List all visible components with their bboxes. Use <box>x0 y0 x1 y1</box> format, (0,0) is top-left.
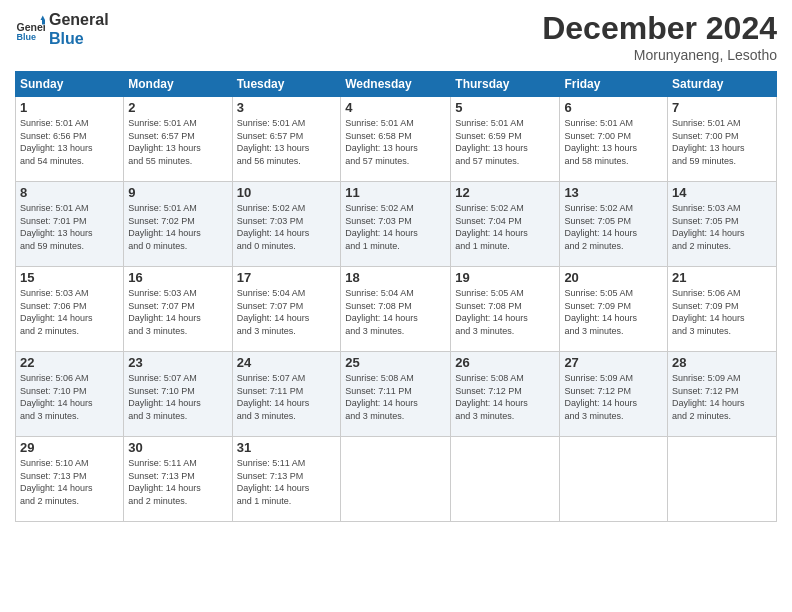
title-area: December 2024 Morunyaneng, Lesotho <box>542 10 777 63</box>
calendar-day-cell: 26Sunrise: 5:08 AM Sunset: 7:12 PM Dayli… <box>451 352 560 437</box>
day-number: 28 <box>672 355 772 370</box>
col-thursday: Thursday <box>451 72 560 97</box>
day-info: Sunrise: 5:03 AM Sunset: 7:07 PM Dayligh… <box>128 287 227 337</box>
calendar-day-cell: 5Sunrise: 5:01 AM Sunset: 6:59 PM Daylig… <box>451 97 560 182</box>
page-container: General Blue General Blue December 2024 … <box>0 0 792 532</box>
day-info: Sunrise: 5:06 AM Sunset: 7:09 PM Dayligh… <box>672 287 772 337</box>
calendar-day-cell: 22Sunrise: 5:06 AM Sunset: 7:10 PM Dayli… <box>16 352 124 437</box>
calendar-week-row: 15Sunrise: 5:03 AM Sunset: 7:06 PM Dayli… <box>16 267 777 352</box>
calendar-day-cell: 18Sunrise: 5:04 AM Sunset: 7:08 PM Dayli… <box>341 267 451 352</box>
day-number: 24 <box>237 355 337 370</box>
day-info: Sunrise: 5:01 AM Sunset: 6:58 PM Dayligh… <box>345 117 446 167</box>
calendar-week-row: 22Sunrise: 5:06 AM Sunset: 7:10 PM Dayli… <box>16 352 777 437</box>
calendar-day-cell: 23Sunrise: 5:07 AM Sunset: 7:10 PM Dayli… <box>124 352 232 437</box>
day-number: 21 <box>672 270 772 285</box>
day-info: Sunrise: 5:04 AM Sunset: 7:07 PM Dayligh… <box>237 287 337 337</box>
day-info: Sunrise: 5:02 AM Sunset: 7:05 PM Dayligh… <box>564 202 663 252</box>
day-number: 17 <box>237 270 337 285</box>
col-monday: Monday <box>124 72 232 97</box>
calendar-day-cell: 31Sunrise: 5:11 AM Sunset: 7:13 PM Dayli… <box>232 437 341 522</box>
day-info: Sunrise: 5:01 AM Sunset: 7:00 PM Dayligh… <box>564 117 663 167</box>
day-number: 7 <box>672 100 772 115</box>
calendar-week-row: 1Sunrise: 5:01 AM Sunset: 6:56 PM Daylig… <box>16 97 777 182</box>
calendar-day-cell: 20Sunrise: 5:05 AM Sunset: 7:09 PM Dayli… <box>560 267 668 352</box>
calendar-body: 1Sunrise: 5:01 AM Sunset: 6:56 PM Daylig… <box>16 97 777 522</box>
calendar-day-cell: 8Sunrise: 5:01 AM Sunset: 7:01 PM Daylig… <box>16 182 124 267</box>
day-info: Sunrise: 5:11 AM Sunset: 7:13 PM Dayligh… <box>128 457 227 507</box>
calendar-day-cell: 10Sunrise: 5:02 AM Sunset: 7:03 PM Dayli… <box>232 182 341 267</box>
calendar-day-cell: 17Sunrise: 5:04 AM Sunset: 7:07 PM Dayli… <box>232 267 341 352</box>
calendar-day-cell: 9Sunrise: 5:01 AM Sunset: 7:02 PM Daylig… <box>124 182 232 267</box>
day-info: Sunrise: 5:03 AM Sunset: 7:06 PM Dayligh… <box>20 287 119 337</box>
month-title: December 2024 <box>542 10 777 47</box>
day-number: 6 <box>564 100 663 115</box>
day-info: Sunrise: 5:01 AM Sunset: 7:00 PM Dayligh… <box>672 117 772 167</box>
calendar-day-cell: 11Sunrise: 5:02 AM Sunset: 7:03 PM Dayli… <box>341 182 451 267</box>
calendar-day-cell: 2Sunrise: 5:01 AM Sunset: 6:57 PM Daylig… <box>124 97 232 182</box>
svg-text:General: General <box>17 21 46 33</box>
svg-marker-4 <box>42 20 45 25</box>
day-number: 15 <box>20 270 119 285</box>
calendar-day-cell: 19Sunrise: 5:05 AM Sunset: 7:08 PM Dayli… <box>451 267 560 352</box>
day-info: Sunrise: 5:01 AM Sunset: 6:56 PM Dayligh… <box>20 117 119 167</box>
day-number: 5 <box>455 100 555 115</box>
day-number: 4 <box>345 100 446 115</box>
day-info: Sunrise: 5:08 AM Sunset: 7:12 PM Dayligh… <box>455 372 555 422</box>
day-number: 22 <box>20 355 119 370</box>
day-info: Sunrise: 5:02 AM Sunset: 7:04 PM Dayligh… <box>455 202 555 252</box>
calendar-day-cell: 28Sunrise: 5:09 AM Sunset: 7:12 PM Dayli… <box>668 352 777 437</box>
day-number: 26 <box>455 355 555 370</box>
calendar-day-cell: 3Sunrise: 5:01 AM Sunset: 6:57 PM Daylig… <box>232 97 341 182</box>
calendar-week-row: 8Sunrise: 5:01 AM Sunset: 7:01 PM Daylig… <box>16 182 777 267</box>
day-info: Sunrise: 5:07 AM Sunset: 7:11 PM Dayligh… <box>237 372 337 422</box>
day-number: 19 <box>455 270 555 285</box>
day-number: 18 <box>345 270 446 285</box>
calendar-day-cell <box>560 437 668 522</box>
calendar-day-cell: 24Sunrise: 5:07 AM Sunset: 7:11 PM Dayli… <box>232 352 341 437</box>
day-number: 16 <box>128 270 227 285</box>
col-friday: Friday <box>560 72 668 97</box>
calendar-day-cell: 1Sunrise: 5:01 AM Sunset: 6:56 PM Daylig… <box>16 97 124 182</box>
day-number: 23 <box>128 355 227 370</box>
day-info: Sunrise: 5:01 AM Sunset: 6:57 PM Dayligh… <box>237 117 337 167</box>
col-saturday: Saturday <box>668 72 777 97</box>
day-info: Sunrise: 5:05 AM Sunset: 7:09 PM Dayligh… <box>564 287 663 337</box>
day-info: Sunrise: 5:01 AM Sunset: 7:02 PM Dayligh… <box>128 202 227 252</box>
day-info: Sunrise: 5:10 AM Sunset: 7:13 PM Dayligh… <box>20 457 119 507</box>
day-number: 12 <box>455 185 555 200</box>
day-number: 10 <box>237 185 337 200</box>
day-number: 13 <box>564 185 663 200</box>
calendar-day-cell: 27Sunrise: 5:09 AM Sunset: 7:12 PM Dayli… <box>560 352 668 437</box>
day-info: Sunrise: 5:09 AM Sunset: 7:12 PM Dayligh… <box>564 372 663 422</box>
col-wednesday: Wednesday <box>341 72 451 97</box>
col-sunday: Sunday <box>16 72 124 97</box>
day-number: 2 <box>128 100 227 115</box>
calendar-week-row: 29Sunrise: 5:10 AM Sunset: 7:13 PM Dayli… <box>16 437 777 522</box>
logo: General Blue General Blue <box>15 10 109 48</box>
day-info: Sunrise: 5:08 AM Sunset: 7:11 PM Dayligh… <box>345 372 446 422</box>
calendar-day-cell: 25Sunrise: 5:08 AM Sunset: 7:11 PM Dayli… <box>341 352 451 437</box>
day-number: 30 <box>128 440 227 455</box>
calendar-day-cell: 13Sunrise: 5:02 AM Sunset: 7:05 PM Dayli… <box>560 182 668 267</box>
col-tuesday: Tuesday <box>232 72 341 97</box>
svg-text:Blue: Blue <box>17 32 37 42</box>
logo-text-blue: Blue <box>49 29 109 48</box>
day-number: 3 <box>237 100 337 115</box>
day-info: Sunrise: 5:05 AM Sunset: 7:08 PM Dayligh… <box>455 287 555 337</box>
calendar-day-cell: 14Sunrise: 5:03 AM Sunset: 7:05 PM Dayli… <box>668 182 777 267</box>
day-info: Sunrise: 5:01 AM Sunset: 6:57 PM Dayligh… <box>128 117 227 167</box>
day-info: Sunrise: 5:01 AM Sunset: 7:01 PM Dayligh… <box>20 202 119 252</box>
calendar-day-cell: 12Sunrise: 5:02 AM Sunset: 7:04 PM Dayli… <box>451 182 560 267</box>
day-info: Sunrise: 5:06 AM Sunset: 7:10 PM Dayligh… <box>20 372 119 422</box>
day-number: 29 <box>20 440 119 455</box>
day-number: 1 <box>20 100 119 115</box>
day-number: 9 <box>128 185 227 200</box>
calendar-table: Sunday Monday Tuesday Wednesday Thursday… <box>15 71 777 522</box>
logo-text-general: General <box>49 10 109 29</box>
calendar-day-cell: 16Sunrise: 5:03 AM Sunset: 7:07 PM Dayli… <box>124 267 232 352</box>
day-info: Sunrise: 5:02 AM Sunset: 7:03 PM Dayligh… <box>345 202 446 252</box>
day-number: 11 <box>345 185 446 200</box>
day-number: 25 <box>345 355 446 370</box>
day-number: 8 <box>20 185 119 200</box>
day-number: 27 <box>564 355 663 370</box>
